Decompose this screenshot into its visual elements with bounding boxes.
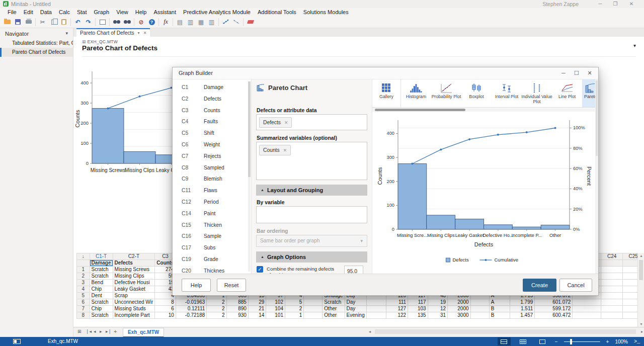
chip-remove-icon[interactable]: ✕ xyxy=(284,120,288,125)
col-header-C1-T[interactable]: C1-T xyxy=(90,253,113,260)
copy-icon[interactable] xyxy=(48,17,58,27)
col-name-blank[interactable] xyxy=(601,260,622,267)
worksheet-vertical-scrollbar[interactable]: ▲ ▼ xyxy=(637,253,644,327)
column-item-c6[interactable]: C6Weight xyxy=(173,139,247,150)
tab-dropdown-icon[interactable]: ▾ xyxy=(138,31,140,35)
column-item-c15[interactable]: C15Thicken xyxy=(173,219,247,231)
navigator-dropdown-icon[interactable]: ▾ xyxy=(65,31,68,36)
gallery-item-boxplot[interactable]: Boxplot xyxy=(461,79,492,108)
worksheet-tab[interactable]: Exh_qc.MTW xyxy=(123,328,164,337)
account-name[interactable]: Stephen Zappe xyxy=(542,1,579,7)
by-variable-field[interactable] xyxy=(256,206,367,223)
split-view-button[interactable] xyxy=(498,337,511,345)
menu-edit[interactable]: Edit xyxy=(20,8,37,16)
summarized-field[interactable]: Counts✕ xyxy=(256,142,367,180)
column-item-c11[interactable]: C11Flaws xyxy=(173,185,247,196)
table-row[interactable]: 6ScratchUnconnected Wir8-0.0196328852910… xyxy=(77,299,644,306)
scroll-left-icon[interactable]: ◂ xyxy=(369,329,371,334)
scroll-down-icon[interactable]: ▼ xyxy=(639,322,643,326)
menu-predictive-analytics-module[interactable]: Predictive Analytics Module xyxy=(180,8,254,16)
gallery-scrollbar[interactable] xyxy=(372,108,595,112)
col-header-C2-T[interactable]: C2-T xyxy=(113,253,155,260)
column-item-c4[interactable]: C4Faults xyxy=(173,116,247,127)
table-row[interactable]: 7ChipMissing Studs60.121112890211042Othe… xyxy=(77,306,644,312)
menu-graph[interactable]: Graph xyxy=(91,8,113,16)
restore-button[interactable]: ❐ xyxy=(609,1,622,8)
defects-field[interactable]: Defects✕ xyxy=(256,114,367,130)
menu-data[interactable]: Data xyxy=(37,8,55,16)
select-points-icon[interactable] xyxy=(231,17,242,27)
insert-columns-icon[interactable]: ▦ xyxy=(196,17,206,27)
dialog-close-button[interactable]: ✕ xyxy=(583,69,596,77)
column-item-c5[interactable]: C5Shift xyxy=(173,127,247,139)
col-name-Defects[interactable]: Defects xyxy=(113,260,155,267)
gallery-item-individual-value-plot[interactable]: Individual Value Plot xyxy=(522,79,552,108)
column-item-c9[interactable]: C9Blemish xyxy=(173,173,247,185)
insert-rows-icon[interactable]: ▥ xyxy=(185,17,196,27)
dialog-maximize-button[interactable]: ☐ xyxy=(570,69,583,77)
zoom-in-icon[interactable]: + xyxy=(606,339,609,344)
tab-close-icon[interactable]: ✕ xyxy=(143,31,147,35)
output-options-icon[interactable]: ▾ xyxy=(633,43,636,48)
insert-cells-icon[interactable]: ▤ xyxy=(175,17,185,27)
formula-icon[interactable]: fx xyxy=(160,17,171,27)
cancel-button[interactable]: Cancel xyxy=(559,279,592,292)
menu-additional-tools[interactable]: Additional Tools xyxy=(254,8,300,16)
checkbox-checked-icon[interactable]: ✓ xyxy=(257,266,263,273)
counts-chip[interactable]: Counts✕ xyxy=(259,145,291,155)
close-button[interactable]: ✕ xyxy=(625,1,638,8)
gallery-item-probability-plot[interactable]: Probability Plot xyxy=(431,79,461,108)
zoom-slider-handle[interactable] xyxy=(570,339,572,344)
gallery-item-histogram[interactable]: Histogram xyxy=(401,79,431,108)
defects-chip[interactable]: Defects✕ xyxy=(259,117,292,128)
scroll-up-icon[interactable]: ▲ xyxy=(639,254,643,257)
paste-icon[interactable] xyxy=(58,17,69,27)
column-list-scrollbar[interactable] xyxy=(248,81,251,272)
scroll-right-icon[interactable]: ▸ xyxy=(641,329,643,334)
cut-icon[interactable]: ✂ xyxy=(37,17,48,27)
column-item-c8[interactable]: C8Sampled xyxy=(173,162,247,174)
first-worksheet-icon[interactable]: ❘◂ xyxy=(86,329,92,334)
edit-points-icon[interactable] xyxy=(220,17,231,27)
add-worksheet-icon[interactable]: + xyxy=(114,328,117,334)
find-next-icon[interactable] xyxy=(122,17,132,27)
navigator-item-pareto-chart[interactable]: Pareto Chart of Defects xyxy=(0,48,73,57)
menu-stat[interactable]: Stat xyxy=(73,8,91,16)
column-item-c17[interactable]: C17Subs xyxy=(173,242,247,253)
redo-icon[interactable]: ↷ xyxy=(83,17,94,27)
new-window-icon[interactable] xyxy=(97,17,108,27)
col-name-Damage[interactable]: Damage xyxy=(90,260,113,267)
menu-file[interactable]: File xyxy=(4,8,20,16)
column-item-c7[interactable]: C7Rejects xyxy=(173,150,247,162)
column-item-c20[interactable]: C20Thicknes xyxy=(173,265,247,274)
navigator-item-tabulated-statistics[interactable]: Tabulated Statistics: Part, Operator xyxy=(0,39,73,48)
column-item-c12[interactable]: C12Period xyxy=(173,196,247,208)
help-button[interactable]: Help xyxy=(182,279,211,292)
menu-solutions-modules[interactable]: Solutions Modules xyxy=(300,8,352,16)
worksheet-horizontal-scrollbar[interactable]: ◂ ▸ xyxy=(369,329,643,335)
column-item-c14[interactable]: C14Paint xyxy=(173,208,247,219)
layout-grouping-section[interactable]: Layout and Grouping xyxy=(256,185,367,196)
scrollbar-thumb[interactable] xyxy=(639,260,643,280)
table-row[interactable]: 8ScratchIncomplete Part10-0.721882930141… xyxy=(77,312,644,319)
column-item-c3[interactable]: C3Counts xyxy=(173,105,247,116)
command-line-icon[interactable]: >_ xyxy=(634,339,640,344)
worksheet-view-button[interactable] xyxy=(517,337,530,345)
last-worksheet-icon[interactable]: ▸❘ xyxy=(106,329,112,334)
prev-worksheet-icon[interactable]: ◂ xyxy=(94,329,96,334)
menu-view[interactable]: View xyxy=(113,8,132,16)
col-header-C24[interactable]: C24 xyxy=(601,253,622,260)
column-item-c19[interactable]: C19Grade xyxy=(173,253,247,265)
chip-remove-icon[interactable]: ✕ xyxy=(283,148,287,153)
column-item-c2[interactable]: C2Defects xyxy=(173,93,247,105)
preview-scrollbar[interactable] xyxy=(595,79,598,274)
cancel-icon[interactable]: ⊘ xyxy=(136,17,146,27)
menu-calc[interactable]: Calc xyxy=(55,8,73,16)
eraser-icon[interactable] xyxy=(245,17,256,27)
gallery-item-gallery[interactable]: Gallery xyxy=(372,79,401,108)
output-view-button[interactable] xyxy=(536,337,549,345)
menu-help[interactable]: Help xyxy=(132,8,150,16)
find-icon[interactable] xyxy=(111,17,122,27)
minimize-button[interactable]: ─ xyxy=(594,1,607,8)
dialog-title-bar[interactable]: Graph Builder ─ ☐ ✕ xyxy=(173,67,598,79)
